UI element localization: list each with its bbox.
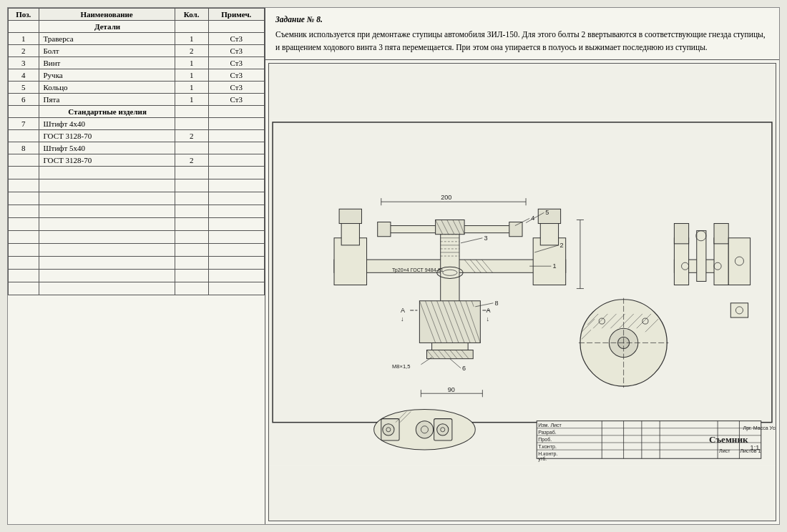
cell-prim [208,118,264,130]
cell-pos: 3 [9,57,39,69]
header-kol: Кол. [175,9,208,21]
table-row: 3 Винт 1 Ст3 [9,57,265,69]
table-row: 7 Штифт 4x40 [9,118,265,130]
table-row-empty [9,205,265,218]
section-header: Стандартные изделия [39,106,175,118]
cell-prim: Ст3 [208,82,264,94]
table-row-empty [9,192,265,205]
section-header: Детали [39,21,175,33]
svg-text:↓: ↓ [486,315,489,322]
svg-rect-42 [419,301,480,343]
cell-prim: Ст3 [208,57,264,69]
svg-text:90: 90 [448,386,455,393]
svg-text:Разраб.: Разраб. [538,430,557,435]
svg-rect-25 [378,222,391,236]
cell-kol [175,142,208,154]
task-body: Съемник используется при демонтаже ступи… [275,29,769,54]
cell-pos: 4 [9,69,39,82]
cell-name: Болт [39,45,175,57]
table-row: 1 Траверса 1 Ст3 [9,33,265,45]
svg-point-110 [437,423,449,435]
cell-prim: Ст3 [208,69,264,82]
svg-text:5: 5 [545,209,549,216]
cell-kol: 1 [175,69,208,82]
svg-text:Т.контр.: Т.контр. [538,444,557,450]
svg-text:утб.: утб. [538,456,547,462]
svg-rect-100 [728,238,750,285]
svg-rect-94 [714,238,728,285]
table-row-empty [9,167,265,179]
svg-text:6: 6 [462,365,466,372]
svg-rect-26 [509,222,522,236]
cell-name: Штифт 4x40 [39,118,175,130]
svg-text:200: 200 [441,194,451,201]
svg-text:Съемник: Съемник [709,434,748,445]
cell-prim [208,130,264,142]
technical-drawing: A ↓ A ↓ 200 90 M8×1,5 [269,64,776,521]
table-row-empty [9,244,265,257]
svg-text:A: A [401,307,406,314]
svg-text:Изм. Лист: Изм. Лист [538,423,562,428]
table-row: Стандартные изделия [9,106,265,118]
header-name: Наименование [39,9,175,21]
cell-prim: Ст3 [208,45,264,57]
svg-text:Лрг. Масса Усилений: Лрг. Масса Усилений [743,425,776,431]
cell-prim: Ст3 [208,33,264,45]
svg-rect-96 [697,230,706,281]
cell-prim: Ст3 [208,94,264,106]
cell-name: Штифт 5x40 [39,142,175,154]
right-panel: Задание № 8. Съемник используется при де… [265,8,779,524]
table-row: 6 Пята 1 Ст3 [9,94,265,106]
table-row: 5 Кольцо 1 Ст3 [9,82,265,94]
cell-pos: 8 [9,142,39,154]
cell-prim [208,142,264,154]
svg-text:2: 2 [560,242,564,249]
table-row: Детали [9,21,265,33]
table-row: 8 Штифт 5x40 [9,142,265,154]
cell-kol: 1 [175,33,208,45]
table-row: ГОСТ 3128-70 2 [9,130,265,142]
cell-kol: 2 [175,130,208,142]
svg-text:A: A [486,307,491,314]
table-row: ГОСТ 3128-70 2 [9,154,265,167]
cell-pos: 7 [9,118,39,130]
cell-name: Траверса [39,33,175,45]
cell-pos: 5 [9,82,39,94]
svg-rect-92 [674,238,688,285]
cell-pos: 6 [9,94,39,106]
table-row-empty [9,257,265,270]
cell-kol: 1 [175,94,208,106]
svg-rect-93 [674,223,688,243]
table-row-empty [9,179,265,192]
table-row-empty [9,270,265,282]
cell-pos: 1 [9,33,39,45]
cell-pos: 2 [9,45,39,57]
svg-rect-102 [730,303,748,317]
cell-name: ГОСТ 3128-70 [39,130,175,142]
cell-name: Кольцо [39,82,175,94]
svg-text:↓: ↓ [401,315,404,322]
cell-pos [9,154,39,167]
svg-text:Листов 1: Листов 1 [740,448,761,454]
cell-kol: 1 [175,57,208,69]
cell-kol: 1 [175,82,208,94]
svg-text:M8×1,5: M8×1,5 [392,363,411,370]
svg-text:8: 8 [495,300,499,307]
svg-text:Проб.: Проб. [538,437,552,443]
table-row-empty [9,231,265,244]
header-pos: Поз. [9,9,39,21]
cell-name: Винт [39,57,175,69]
cell-kol: 2 [175,45,208,57]
svg-rect-95 [714,223,728,243]
drawing-area: A ↓ A ↓ 200 90 M8×1,5 [268,63,776,521]
svg-rect-15 [538,209,560,223]
cell-pos [9,130,39,142]
cell-prim [208,154,264,167]
table-row: 2 Болт 2 Ст3 [9,45,265,57]
task-title: Задание № 8. [275,14,769,26]
cell-name: Ручка [39,69,175,82]
cell-name: ГОСТ 3128-70 [39,154,175,167]
table-row: 4 Ручка 1 Ст3 [9,69,265,82]
table-row-empty [9,218,265,231]
task-section: Задание № 8. Съемник используется при де… [265,8,779,60]
